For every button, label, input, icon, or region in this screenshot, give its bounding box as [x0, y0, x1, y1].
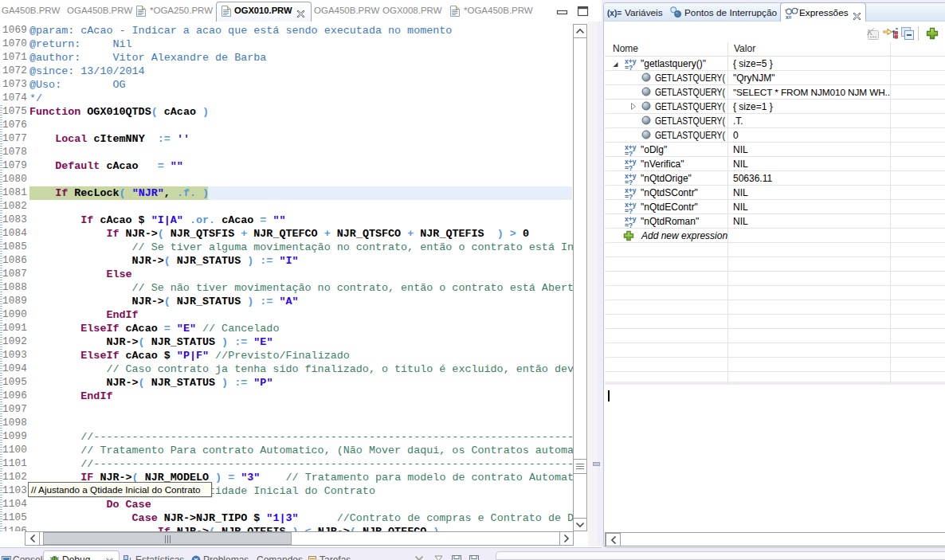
- svg-text:=?: =?: [625, 221, 633, 229]
- svg-text:=?: =?: [625, 150, 633, 157]
- svg-text:=?: =?: [625, 164, 633, 171]
- svg-text:=?: =?: [625, 193, 633, 200]
- svg-text:=?: =?: [625, 207, 633, 214]
- svg-text:x=: x=: [786, 14, 792, 20]
- svg-text:=?: =?: [625, 64, 633, 71]
- svg-text:=?: =?: [625, 178, 633, 186]
